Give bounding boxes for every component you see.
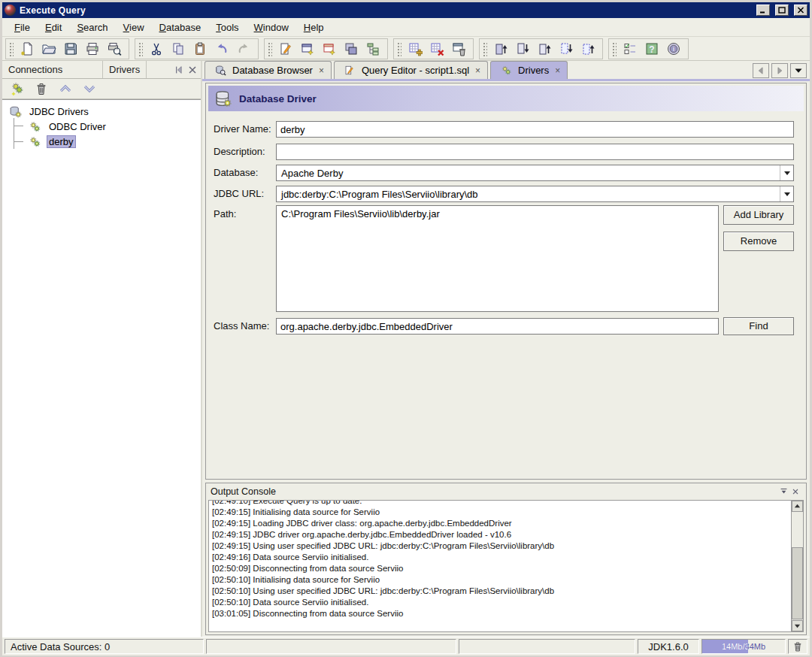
import-data-icon[interactable] — [558, 41, 574, 57]
move-up-icon[interactable] — [58, 81, 73, 96]
tab-close-icon[interactable]: × — [319, 65, 324, 76]
tab-drivers-panel[interactable]: Drivers — [103, 61, 147, 78]
export-data-icon[interactable] — [580, 41, 596, 57]
tab-connections[interactable]: Connections — [2, 61, 103, 78]
toolbar-grip[interactable] — [138, 41, 143, 56]
chevron-down-icon[interactable] — [780, 165, 793, 180]
jdbc-url-combobox[interactable]: jdbc:derby:C:\Program Files\Serviio\libr… — [276, 186, 794, 202]
cut-icon[interactable] — [148, 41, 165, 57]
tab-database-browser[interactable]: Database Browser× — [205, 61, 332, 79]
menu-view[interactable]: View — [116, 20, 152, 35]
menu-database[interactable]: Database — [152, 20, 209, 35]
open-folder-icon[interactable] — [41, 41, 57, 57]
panel-header: Database Driver — [208, 86, 804, 111]
new-erd-icon[interactable] — [321, 41, 338, 57]
query-editor-icon[interactable] — [277, 41, 294, 57]
menu-edit[interactable]: Edit — [38, 20, 69, 35]
toolbar-group — [264, 38, 388, 59]
help-icon[interactable]: ? — [644, 41, 660, 57]
description-label: Description: — [214, 146, 278, 157]
toolbar-grip[interactable] — [611, 41, 617, 56]
add-library-button[interactable]: Add Library — [723, 205, 794, 225]
menu-file[interactable]: File — [7, 20, 38, 35]
scroll-down-icon[interactable] — [792, 620, 803, 631]
active-data-sources: Active Data Sources: 0 — [5, 639, 204, 654]
toolbar-grip[interactable] — [8, 41, 14, 56]
close-icon[interactable] — [186, 64, 198, 76]
menu-window[interactable]: Window — [247, 20, 296, 35]
preferences-icon[interactable] — [622, 41, 638, 57]
driver-name-label: Driver Name: — [214, 123, 278, 135]
insert-row-icon[interactable] — [407, 41, 423, 57]
minimize-button[interactable] — [756, 5, 770, 16]
tab-query-editor-script1-sql[interactable]: Query Editor - script1.sql× — [334, 61, 488, 79]
save-icon[interactable] — [62, 41, 79, 57]
description-input[interactable] — [276, 144, 794, 160]
tab-drivers[interactable]: Drivers× — [490, 61, 568, 79]
tab-list-button[interactable] — [790, 63, 807, 78]
duplicate-icon[interactable] — [343, 41, 359, 57]
print-preview-icon[interactable] — [106, 41, 123, 57]
toolbar-grip[interactable] — [267, 41, 272, 56]
about-icon[interactable]: i — [665, 41, 682, 57]
driver-name-input[interactable] — [276, 121, 794, 138]
drop-table-icon[interactable] — [450, 41, 467, 57]
new-document-icon[interactable] — [19, 41, 35, 57]
close-icon[interactable] — [789, 486, 801, 498]
scroll-left-button[interactable] — [753, 63, 769, 78]
tab-label: Drivers — [518, 65, 549, 76]
scroll-right-button[interactable] — [771, 63, 788, 78]
move-down-icon[interactable] — [82, 81, 97, 96]
toolbar-grip[interactable] — [396, 41, 401, 56]
export-icon[interactable] — [536, 41, 553, 57]
redo-icon[interactable] — [235, 41, 252, 57]
maximize-button[interactable] — [775, 5, 789, 16]
class-name-input[interactable] — [276, 318, 719, 335]
close-button[interactable] — [794, 5, 807, 16]
library-path-list[interactable]: C:\Program Files\Serviio\lib\derby.jar — [276, 205, 719, 312]
find-button[interactable]: Find — [723, 317, 794, 335]
delete-row-icon[interactable] — [429, 41, 445, 57]
undo-icon[interactable] — [214, 41, 230, 57]
collapse-left-icon[interactable] — [173, 64, 185, 76]
console-log[interactable]: [02:49:10] Execute Query is up to date.[… — [208, 500, 804, 632]
tree-item-derby[interactable]: derby — [2, 134, 201, 149]
console-log-line: [02:50:09] Disconnecting from data sourc… — [212, 563, 803, 574]
new-query-icon[interactable] — [299, 41, 316, 57]
garbage-collect-button[interactable] — [788, 639, 807, 654]
remove-button[interactable]: Remove — [723, 232, 794, 251]
menu-help[interactable]: Help — [296, 20, 332, 35]
console-log-line: [02:49:15] Initialising data source for … — [212, 507, 803, 518]
console-header: Output Console — [206, 483, 806, 499]
copy-icon[interactable] — [170, 41, 186, 57]
database-objects-icon[interactable] — [365, 41, 381, 57]
trash-icon[interactable] — [34, 81, 49, 96]
tab-close-icon[interactable]: × — [475, 65, 480, 76]
scroll-left-icon — [753, 62, 768, 79]
paste-icon[interactable] — [192, 41, 208, 57]
menu-bar: FileEditSearchViewDatabaseToolsWindowHel… — [2, 18, 810, 37]
commit-icon[interactable] — [492, 41, 509, 57]
menu-search[interactable]: Search — [69, 20, 115, 35]
scroll-up-icon[interactable] — [792, 501, 803, 512]
chevron-down-icon[interactable] — [780, 186, 793, 201]
new-driver-icon[interactable] — [10, 81, 25, 96]
console-title: Output Console — [211, 486, 276, 497]
app-window: Execute Query FileEditSearchViewDatabase… — [0, 0, 812, 657]
tab-list-icon — [791, 62, 806, 79]
tree-item-odbc-driver[interactable]: ODBC Driver — [2, 119, 201, 134]
trash-icon — [789, 639, 806, 654]
path-label: Path: — [214, 208, 278, 220]
toolbar-grip[interactable] — [482, 41, 487, 56]
database-combobox[interactable]: Apache Derby — [276, 165, 794, 181]
rollback-icon[interactable] — [514, 41, 531, 57]
side-panel-tab-header: Connections Drivers — [2, 61, 201, 79]
scrollbar-thumb[interactable] — [792, 547, 803, 619]
console-scrollbar[interactable] — [791, 501, 803, 631]
tab-close-icon[interactable]: × — [555, 65, 560, 76]
print-icon[interactable] — [84, 41, 101, 57]
console-hide-icon[interactable] — [777, 486, 789, 498]
menu-tools[interactable]: Tools — [208, 20, 246, 35]
tree-item-jdbc-drivers[interactable]: JDBC Drivers — [2, 104, 201, 119]
drivers-side-panel: Connections Drivers JDBC DriversODBC Dri… — [2, 61, 202, 637]
